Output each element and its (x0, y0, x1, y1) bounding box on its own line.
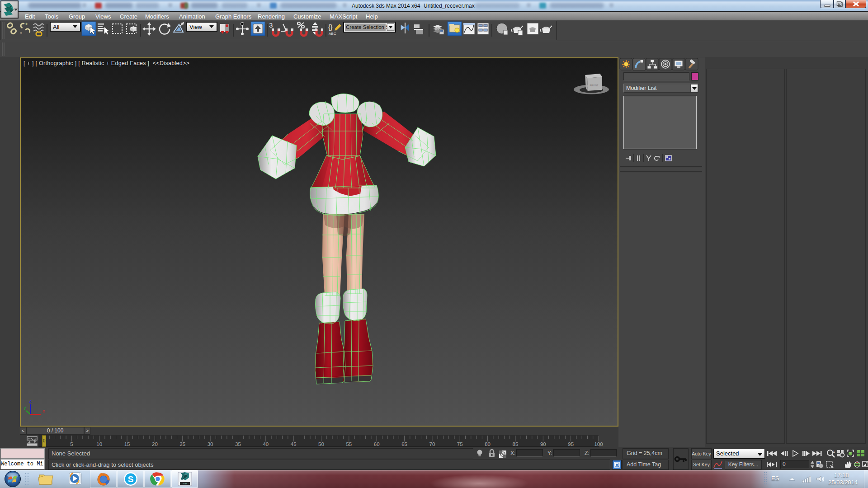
svg-text:y: y (24, 405, 26, 410)
svg-text:All: All (53, 23, 60, 30)
svg-text:35: 35 (235, 441, 241, 447)
svg-text:x: x (42, 408, 45, 413)
svg-text:100: 100 (594, 441, 603, 447)
svg-text:95: 95 (568, 441, 574, 447)
svg-text:40: 40 (263, 441, 269, 447)
svg-text:10: 10 (96, 441, 102, 447)
svg-text:85: 85 (513, 441, 519, 447)
svg-text:S: S (128, 474, 134, 484)
svg-text:50: 50 (318, 441, 324, 447)
svg-text:25: 25 (179, 441, 185, 447)
svg-text:65: 65 (401, 441, 407, 447)
svg-text:20: 20 (152, 441, 158, 447)
svg-text:Create Selection Se: Create Selection Se (346, 24, 392, 30)
svg-text:5: 5 (70, 441, 73, 447)
svg-text:60: 60 (374, 441, 380, 447)
svg-text:55: 55 (346, 441, 352, 447)
svg-text:±: ± (833, 449, 835, 454)
svg-text:70: 70 (429, 441, 435, 447)
svg-text:90: 90 (540, 441, 546, 447)
svg-text:z: z (29, 398, 32, 404)
svg-text:✻: ✻ (20, 32, 22, 34)
svg-text:3: 3 (269, 21, 273, 29)
svg-text:max: max (183, 482, 187, 485)
svg-text:75: 75 (457, 441, 463, 447)
svg-text:ABC: ABC (329, 32, 336, 36)
svg-text:FRONT: FRONT (590, 84, 599, 87)
svg-text:30: 30 (208, 441, 213, 447)
svg-text:45: 45 (291, 441, 297, 447)
svg-text:15: 15 (124, 441, 130, 447)
svg-text:View: View (189, 23, 203, 30)
svg-text:80: 80 (485, 441, 491, 447)
svg-text:✻: ✻ (25, 23, 28, 25)
svg-text:{}: {} (328, 23, 333, 31)
